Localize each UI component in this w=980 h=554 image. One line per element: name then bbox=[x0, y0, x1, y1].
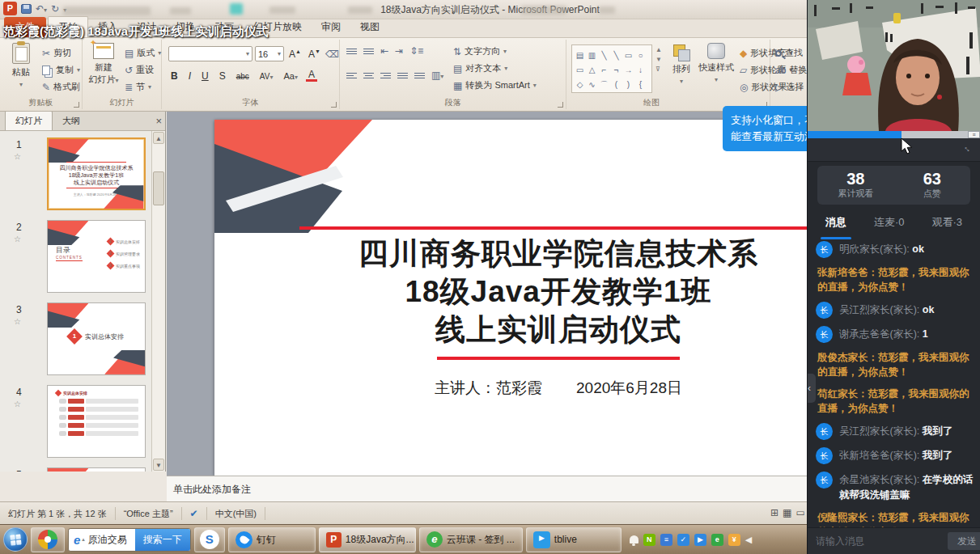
slide-thumbnail[interactable]: 2实训管理要求 bbox=[47, 467, 146, 472]
shape-icon[interactable]: { bbox=[634, 79, 647, 90]
grow-font-button[interactable]: A▲ bbox=[286, 49, 303, 60]
bold-button[interactable]: B bbox=[168, 70, 180, 82]
nvidia-icon[interactable]: N bbox=[643, 534, 655, 546]
shape-icon[interactable]: ∿ bbox=[586, 79, 598, 90]
slide-thumbnail[interactable]: 四川商务职业学院信息技术系18级Java开发教学1班线上实训启动仪式主讲人：范彩… bbox=[47, 137, 146, 210]
shape-icon[interactable]: ◇ bbox=[574, 79, 586, 90]
strikethrough-button[interactable]: abc bbox=[234, 72, 252, 81]
spellcheck-icon[interactable]: ✔ bbox=[182, 507, 207, 520]
shrink-font-button[interactable]: A▼ bbox=[306, 49, 323, 60]
paste-button[interactable]: 粘贴▾ bbox=[2, 43, 40, 88]
live-tab[interactable]: 连麦·0 bbox=[874, 212, 905, 236]
shape-icon[interactable]: ( bbox=[610, 79, 622, 90]
ribbon-tab[interactable]: 视图 bbox=[350, 17, 389, 37]
slide-thumbnail[interactable]: 实训总体安排 bbox=[47, 385, 146, 458]
dialog-launcher-icon[interactable] bbox=[74, 102, 79, 108]
coin-icon[interactable]: ¥ bbox=[728, 534, 740, 546]
normal-view-icon[interactable]: ⊞ bbox=[770, 507, 778, 518]
shape-icon[interactable]: ▥ bbox=[586, 50, 598, 61]
scrollbar-thumb[interactable] bbox=[153, 171, 164, 205]
video-scrollbar[interactable]: ≡ bbox=[808, 131, 980, 138]
bullets-icon[interactable] bbox=[346, 47, 357, 56]
line-spacing-icon[interactable]: ⇕≡ bbox=[409, 46, 423, 56]
bell-icon[interactable] bbox=[630, 535, 638, 543]
speaker-icon[interactable]: ◀ bbox=[745, 535, 752, 545]
taskbar-search-widget[interactable]: e▴ 原油交易 搜索一下 bbox=[68, 528, 191, 552]
shape-icon[interactable]: ) bbox=[622, 79, 634, 90]
resize-icon[interactable]: ↔ bbox=[961, 142, 974, 154]
browser-e-icon[interactable]: e bbox=[711, 534, 723, 546]
im-icon[interactable]: ≡ bbox=[660, 534, 672, 546]
smartart-button[interactable]: ▦转换为 SmartArt▾ bbox=[453, 77, 537, 94]
align-left-icon[interactable] bbox=[346, 71, 357, 80]
section-button[interactable]: ≣节▾ bbox=[125, 78, 161, 95]
taskbar-dingtalk-button[interactable]: 钉钉 bbox=[228, 527, 316, 552]
shield-icon[interactable]: ✓ bbox=[677, 534, 689, 546]
taskbar-360-button[interactable] bbox=[31, 527, 65, 552]
thumbnails-scrollbar[interactable]: ▲ ▼ bbox=[151, 131, 165, 472]
live-tab[interactable]: 观看·3 bbox=[931, 212, 962, 236]
new-slide-button[interactable]: 新建 幻灯片▾ bbox=[84, 43, 123, 86]
slide-thumbnail[interactable]: 目录CONTENTS1实训总体安排2实训管理要求3实训重点事项 bbox=[47, 220, 146, 293]
dialog-launcher-icon[interactable] bbox=[558, 102, 563, 108]
shape-icon[interactable]: ⌒ bbox=[598, 79, 610, 90]
underline-button[interactable]: U bbox=[199, 70, 211, 82]
justify-icon[interactable] bbox=[397, 71, 408, 80]
shape-icon[interactable]: ▤ bbox=[574, 50, 586, 61]
shape-gallery-scroll[interactable]: ▲▼⊽ bbox=[655, 46, 662, 73]
taskbar-yunbanke-button[interactable]: e云班课 - 签到 ... bbox=[419, 527, 523, 552]
numbering-icon[interactable] bbox=[363, 47, 374, 56]
font-size-combo[interactable]: 16▾ bbox=[255, 46, 284, 61]
shadow-button[interactable]: S bbox=[217, 70, 228, 82]
align-text-button[interactable]: ▤对齐文本▾ bbox=[453, 60, 537, 77]
quick-styles-button[interactable]: 快速样式▾ bbox=[694, 43, 738, 83]
taskbar-tblive-button[interactable]: tblive bbox=[526, 527, 622, 552]
pointer-icon[interactable]: ▶ bbox=[694, 534, 706, 546]
change-case-button[interactable]: Aa▾ bbox=[281, 71, 299, 81]
font-color-button[interactable]: A bbox=[306, 70, 317, 82]
decrease-indent-icon[interactable]: ⇤ bbox=[380, 46, 388, 56]
slide-byline[interactable]: 主讲人：范彩霞2020年6月28日 bbox=[263, 378, 854, 399]
shape-icon[interactable]: △ bbox=[586, 65, 598, 75]
tab-slides[interactable]: 幻灯片 bbox=[5, 112, 53, 130]
slideshow-icon[interactable]: ▭ bbox=[795, 507, 804, 518]
taskbar-powerpoint-button[interactable]: P18级Java方向... bbox=[319, 527, 416, 552]
webcam-video[interactable] bbox=[808, 0, 980, 131]
tab-outline[interactable]: 大纲 bbox=[53, 112, 90, 130]
shape-icon[interactable]: ○ bbox=[634, 50, 647, 61]
close-icon[interactable]: × bbox=[155, 115, 162, 127]
shape-icon[interactable]: ↓ bbox=[634, 65, 647, 75]
copy-button[interactable]: 复制▾ bbox=[42, 61, 80, 78]
align-right-icon[interactable] bbox=[380, 71, 391, 80]
text-direction-button[interactable]: ⇅文字方向▾ bbox=[453, 43, 537, 60]
clear-format-icon[interactable]: ⌫ bbox=[325, 49, 339, 59]
taskbar-sogou-button[interactable]: S bbox=[194, 527, 225, 552]
shape-icon[interactable]: ╲ bbox=[610, 50, 622, 61]
increase-indent-icon[interactable]: ⇥ bbox=[395, 46, 403, 56]
shape-icon[interactable]: → bbox=[622, 65, 634, 75]
ribbon-tab[interactable]: 审阅 bbox=[312, 17, 350, 37]
shape-icon[interactable]: ▭ bbox=[574, 65, 586, 75]
slide-title[interactable]: 四川商务职业学院信息技术系 18级Java开发教学1班 线上实训启动仪式 主讲人… bbox=[263, 235, 854, 399]
scroll-up-icon[interactable]: ▲ bbox=[153, 132, 164, 144]
shape-icon[interactable]: ¬ bbox=[610, 65, 622, 75]
font-name-combo[interactable]: ▾ bbox=[168, 46, 252, 61]
chat-input[interactable]: 请输入消息 bbox=[816, 535, 948, 548]
layout-button[interactable]: ▤版式▾ bbox=[125, 44, 161, 61]
align-center-icon[interactable] bbox=[363, 71, 374, 80]
shape-icon[interactable]: ⌐ bbox=[598, 65, 610, 75]
search-go-button[interactable]: 搜索一下 bbox=[135, 528, 190, 552]
shape-icon[interactable]: ▭ bbox=[622, 50, 634, 61]
language-indicator[interactable]: 中文(中国) bbox=[207, 507, 265, 520]
format-painter-button[interactable]: ✎格式刷 bbox=[42, 78, 80, 95]
shape-icon[interactable]: ╲ bbox=[598, 50, 610, 61]
scrollbar-handle[interactable]: ≡ bbox=[968, 131, 980, 138]
slide-thumbnail[interactable]: 1实训总体安排 bbox=[47, 302, 146, 375]
dialog-launcher-icon[interactable] bbox=[331, 102, 337, 108]
distribute-icon[interactable] bbox=[414, 71, 425, 80]
live-tab[interactable]: 消息 bbox=[825, 212, 846, 236]
theme-name[interactable]: “Office 主题” bbox=[116, 507, 182, 520]
shape-gallery[interactable]: ▤▥╲╲▭○▭△⌐¬→↓◇∿⌒(){ bbox=[571, 44, 652, 93]
message-list[interactable]: 长明欣家长(家长): ok张新培爸爸：范彩霞，我来围观你的直播，为你点赞！长吴江… bbox=[816, 241, 975, 527]
start-button[interactable] bbox=[3, 527, 28, 552]
